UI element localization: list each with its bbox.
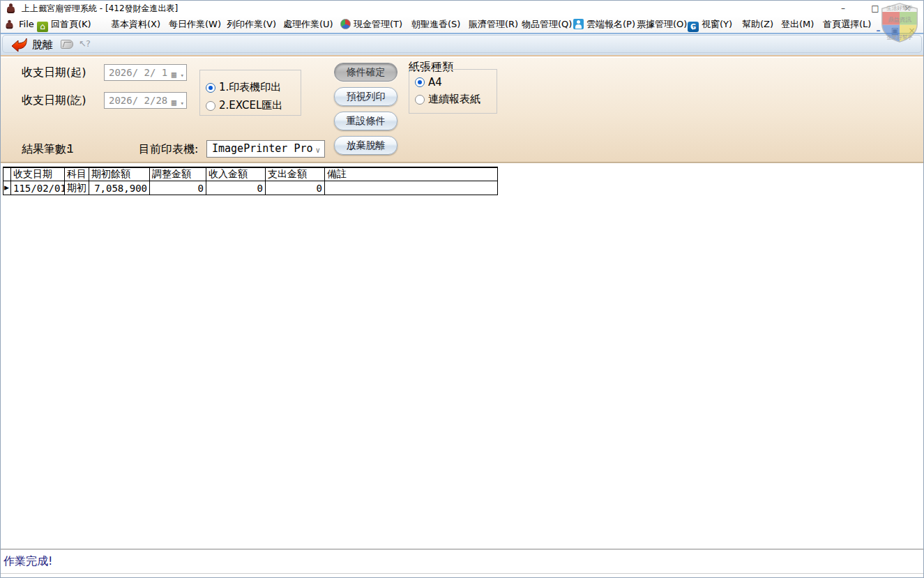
cell-date: 115/02/01 — [11, 181, 65, 195]
pie-chart-icon — [340, 19, 351, 29]
exit-label: 脫離 — [32, 38, 53, 52]
cell-adjust-amount: 0 — [150, 181, 206, 195]
status-message: 作業完成! — [3, 554, 52, 569]
table-row[interactable]: ▶ 115/02/01 期初 7,058,900 0 0 0 — [3, 181, 498, 195]
person-icon — [573, 19, 584, 29]
date-from-field[interactable]: 2026/ 2/ 1 ▦ ▾ — [104, 64, 187, 81]
content-area: 收支日期 科目 期初餘額 調整金額 收入金額 支出金額 備註 ▶ 115/02/… — [1, 163, 923, 549]
menu-item-daily-work[interactable]: 每日作業(W) — [169, 16, 221, 33]
grid-column-header: 期初餘額 — [89, 167, 150, 181]
date-to-value: 2026/ 2/28 — [109, 95, 167, 106]
exit-button[interactable]: 脫離 — [6, 36, 57, 54]
radio-unselected-icon — [206, 101, 215, 111]
cell-subject: 期初 — [65, 181, 89, 195]
date-to-label: 收支日期(訖) — [22, 93, 86, 108]
radio-unselected-icon — [415, 95, 425, 105]
radio-selected-icon — [415, 77, 425, 87]
app-window: 上上籤宮廟管理系統 - [412發財金進出表] – □ × File ⌂回首頁(… — [0, 0, 924, 578]
menu-item-home-select[interactable]: 首頁選擇(L) — [823, 16, 871, 33]
menu-item-window[interactable]: G視窗(Y) — [688, 16, 732, 33]
mdi-close-button[interactable]: × — [906, 26, 918, 36]
title-bar: 上上籤宮廟管理系統 - [412發財金進出表] – □ × — [1, 1, 923, 16]
grid-column-header: 調整金額 — [150, 167, 206, 181]
back-arrow-icon — [10, 38, 29, 53]
mdi-window-controls: – ▣ × — [872, 26, 918, 36]
radio-printer-output[interactable]: 1.印表機印出 — [206, 81, 281, 94]
help-pointer-icon[interactable]: ↖? — [79, 38, 90, 49]
radio-paper-a4[interactable]: A4 — [415, 76, 442, 89]
radio-selected-icon — [206, 83, 215, 93]
report-criteria-panel: 收支日期(起) 2026/ 2/ 1 ▦ ▾ 收支日期(訖) 2026/ 2/2… — [1, 58, 923, 163]
menu-item-process-work[interactable]: 處理作業(U) — [283, 16, 333, 33]
maximize-icon: □ — [871, 3, 879, 13]
close-icon: × — [904, 3, 911, 13]
menu-item-help[interactable]: 幫助(Z) — [742, 16, 773, 33]
menu-item-cash-mgmt[interactable]: 現金管理(T) — [340, 16, 402, 33]
menu-item-pilgrimage[interactable]: 朝聖進香(S) — [411, 16, 460, 33]
window-switch-icon: G — [688, 22, 699, 32]
radio-paper-continuous[interactable]: 連續報表紙 — [415, 93, 480, 106]
result-count-label: 結果筆數: — [22, 142, 70, 157]
printer-value: ImagePrinter Pro — [212, 142, 313, 155]
grid-column-header: 收入金額 — [206, 167, 266, 181]
app-icon — [6, 3, 15, 13]
grid-column-header: 科目 — [65, 167, 89, 181]
date-to-field[interactable]: 2026/ 2/28 ▦ ▾ — [104, 92, 187, 109]
minimize-button[interactable]: – — [827, 1, 859, 16]
close-button[interactable]: × — [891, 1, 923, 16]
date-from-value: 2026/ 2/ 1 — [109, 67, 167, 78]
minimize-icon: – — [841, 3, 845, 13]
menu-item-cloud-signup[interactable]: 雲端報名(P) — [573, 16, 635, 33]
calendar-icon: ▦ — [172, 67, 176, 82]
grid-selector-header — [3, 167, 11, 181]
cell-expense-amount: 0 — [266, 181, 325, 195]
preview-print-button[interactable]: 預視列印 — [334, 87, 397, 106]
result-count-value: 1 — [67, 142, 74, 155]
menu-bar: File ⌂回首頁(K) 基本資料(X) 每日作業(W) 列印作業(V) 處理作… — [1, 16, 923, 34]
menu-item-relief-mgmt[interactable]: 賑濟管理(R) — [469, 16, 518, 33]
maximize-button[interactable]: □ — [859, 1, 891, 16]
cell-remark — [325, 181, 498, 195]
current-printer-label: 目前印表機: — [139, 142, 198, 157]
abandon-exit-button[interactable]: 放棄脫離 — [334, 136, 397, 155]
app-icon-small — [6, 20, 14, 29]
menu-item-basic-data[interactable]: 基本資料(X) — [111, 16, 160, 33]
window-title: 上上籤宮廟管理系統 - [412發財金進出表] — [22, 3, 178, 15]
home-icon: ⌂ — [37, 22, 48, 32]
menu-item-home[interactable]: ⌂回首頁(K) — [37, 16, 91, 33]
menu-item-file[interactable]: File — [19, 16, 34, 33]
grid-column-header: 收支日期 — [11, 167, 65, 181]
result-grid: 收支日期 科目 期初餘額 調整金額 收入金額 支出金額 備註 ▶ 115/02/… — [3, 167, 498, 195]
combo-arrow-icon: ∨ — [315, 142, 320, 158]
menu-item-ticket-mgmt[interactable]: 票據管理(O) — [637, 16, 687, 33]
mdi-minimize-button[interactable]: – — [872, 26, 884, 36]
menu-item-logout[interactable]: 登出(M) — [781, 16, 814, 33]
radio-excel-export[interactable]: 2.EXCEL匯出 — [206, 99, 282, 112]
date-dropdown-icon[interactable]: ▾ — [181, 68, 184, 83]
cell-income-amount: 0 — [206, 181, 266, 195]
toolbar: 脫離 ↖? — [1, 34, 923, 56]
calendar-icon: ▦ — [172, 95, 176, 110]
confirm-criteria-button[interactable]: 條件確定 — [334, 63, 397, 82]
mdi-restore-button[interactable]: ▣ — [889, 26, 901, 36]
date-from-label: 收支日期(起) — [22, 66, 86, 80]
grid-header-row: 收支日期 科目 期初餘額 調整金額 收入金額 支出金額 備註 — [3, 167, 498, 181]
grid-column-header: 支出金額 — [266, 167, 325, 181]
row-pointer-icon: ▶ — [3, 181, 11, 195]
window-controls: – □ × — [827, 1, 923, 16]
reset-criteria-button[interactable]: 重設條件 — [334, 112, 397, 130]
status-bar: 作業完成! — [1, 549, 923, 574]
grid-column-header: 備註 — [325, 167, 498, 181]
menu-item-print-work[interactable]: 列印作業(V) — [227, 16, 276, 33]
date-dropdown-icon[interactable]: ▾ — [181, 96, 184, 111]
cell-opening-balance: 7,058,900 — [89, 181, 150, 195]
printer-select[interactable]: ImagePrinter Pro ∨ — [206, 140, 325, 158]
menu-item-goods-mgmt[interactable]: 物品管理(Q) — [522, 16, 572, 33]
book-icon[interactable] — [61, 40, 73, 49]
